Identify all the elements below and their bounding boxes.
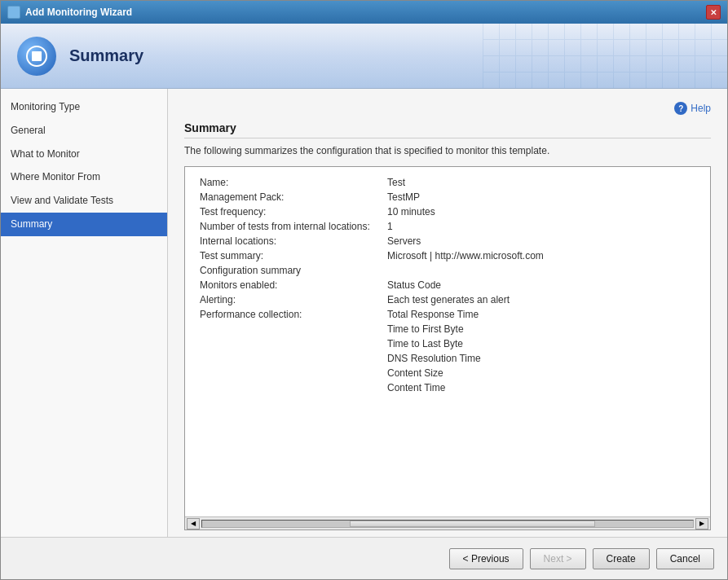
close-button[interactable]: ✕ [706,5,721,20]
horizontal-scrollbar[interactable]: ◀ ▶ [185,516,710,529]
summary-value: Time to First Byte [384,322,699,336]
table-row: Configuration summary [196,263,699,278]
summary-value: Each test generates an alert [384,292,699,307]
scroll-track[interactable] [201,520,694,528]
summary-label: Monitors enabled: [196,278,384,292]
help-link[interactable]: ? Help [674,102,711,115]
summary-table: Name:TestManagement Pack:TestMPTest freq… [196,175,699,395]
svg-rect-1 [32,51,42,61]
sidebar-item-general[interactable]: General [1,119,167,143]
scroll-left-button[interactable]: ◀ [187,518,200,529]
scroll-right-button[interactable]: ▶ [695,518,708,529]
summary-value: Servers [384,234,699,248]
scroll-thumb[interactable] [350,521,595,527]
wizard-header: Summary [1,24,727,89]
table-row: Internal locations:Servers [196,234,699,248]
window-title: Add Monitoring Wizard [25,7,132,18]
help-label: Help [690,103,711,114]
wizard-window: Add Monitoring Wizard ✕ Summary Monitori… [0,0,728,580]
summary-label: Test summary: [196,248,384,263]
previous-button[interactable]: < Previous [449,548,523,569]
window-icon [7,6,20,19]
wizard-footer: < Previous Next > Create Cancel [1,537,727,579]
table-row: Time to Last Byte [196,336,699,351]
summary-scroll-area[interactable]: Name:TestManagement Pack:TestMPTest freq… [185,167,710,516]
next-button[interactable]: Next > [530,548,586,569]
summary-value: Content Size [384,366,699,380]
header-decoration [483,24,727,89]
main-inner: ? Help Summary The following summarizes … [168,89,727,537]
summary-value: 10 minutes [384,204,699,219]
sidebar-item-monitoring-type[interactable]: Monitoring Type [1,95,167,119]
summary-label: Alerting: [196,292,384,307]
wizard-header-title: Summary [69,46,143,65]
table-row: Test frequency:10 minutes [196,204,699,219]
sidebar-item-where-monitor-from[interactable]: Where Monitor From [1,165,167,189]
summary-label: Management Pack: [196,190,384,204]
summary-value: Content Time [384,380,699,395]
summary-label: Configuration summary [196,263,384,278]
sidebar-item-summary[interactable]: Summary [1,213,167,236]
help-icon: ? [674,102,687,115]
summary-label: Name: [196,175,384,190]
table-row: Performance collection:Total Response Ti… [196,307,699,322]
summary-label: Number of tests from internal locations: [196,219,384,234]
table-row: DNS Resolution Time [196,351,699,366]
summary-value: DNS Resolution Time [384,351,699,366]
table-row: Content Time [196,380,699,395]
sidebar-item-view-validate-tests[interactable]: View and Validate Tests [1,189,167,213]
summary-label [196,322,384,336]
summary-label: Performance collection: [196,307,384,322]
table-row: Time to First Byte [196,322,699,336]
summary-value: TestMP [384,190,699,204]
section-title: Summary [184,121,711,138]
table-row: Monitors enabled:Status Code [196,278,699,292]
help-row: ? Help [184,102,711,115]
summary-label [196,380,384,395]
title-bar: Add Monitoring Wizard ✕ [1,1,727,24]
summary-box: Name:TestManagement Pack:TestMPTest freq… [184,166,711,530]
summary-value: 1 [384,219,699,234]
main-content: ? Help Summary The following summarizes … [168,89,727,537]
table-row: Number of tests from internal locations:… [196,219,699,234]
section-description: The following summarizes the configurati… [184,145,711,156]
wizard-header-icon [17,37,56,76]
summary-value: Microsoft | http://www.microsoft.com [384,248,699,263]
summary-value: Test [384,175,699,190]
summary-label: Internal locations: [196,234,384,248]
sidebar-item-what-to-monitor[interactable]: What to Monitor [1,143,167,166]
summary-value [384,263,699,278]
summary-label: Test frequency: [196,204,384,219]
table-row: Alerting:Each test generates an alert [196,292,699,307]
summary-label [196,351,384,366]
summary-value: Status Code [384,278,699,292]
sidebar: Monitoring TypeGeneralWhat to MonitorWhe… [1,89,168,537]
create-button[interactable]: Create [593,548,650,569]
summary-value: Time to Last Byte [384,336,699,351]
summary-value: Total Response Time [384,307,699,322]
summary-label [196,366,384,380]
table-row: Test summary:Microsoft | http://www.micr… [196,248,699,263]
table-row: Content Size [196,366,699,380]
table-row: Name:Test [196,175,699,190]
content-area: Monitoring TypeGeneralWhat to MonitorWhe… [1,89,727,537]
cancel-button[interactable]: Cancel [656,548,714,569]
summary-label [196,336,384,351]
table-row: Management Pack:TestMP [196,190,699,204]
